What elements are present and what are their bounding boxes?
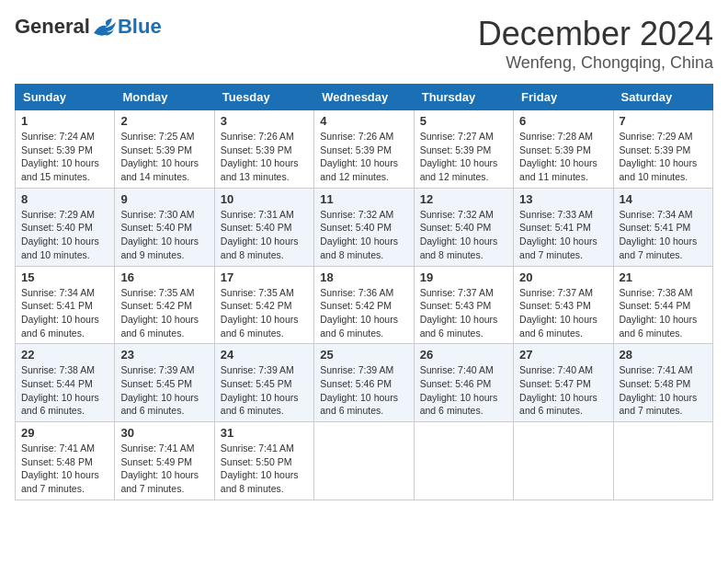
- table-row: 1 Sunrise: 7:24 AM Sunset: 5:39 PM Dayli…: [16, 110, 115, 189]
- table-row: [613, 422, 712, 500]
- table-row: 23 Sunrise: 7:39 AM Sunset: 5:45 PM Dayl…: [115, 344, 214, 422]
- header-sunday: Sunday: [16, 85, 115, 110]
- day-number: 31: [221, 426, 308, 440]
- table-row: [314, 422, 414, 500]
- day-number: 16: [120, 270, 208, 284]
- table-row: 14 Sunrise: 7:34 AM Sunset: 5:41 PM Dayl…: [613, 188, 712, 266]
- day-info: Sunrise: 7:31 AM Sunset: 5:40 PM Dayligh…: [221, 208, 308, 262]
- day-number: 5: [420, 114, 507, 128]
- day-info: Sunrise: 7:33 AM Sunset: 5:41 PM Dayligh…: [519, 208, 607, 262]
- table-row: 18 Sunrise: 7:36 AM Sunset: 5:42 PM Dayl…: [314, 266, 414, 344]
- day-info: Sunrise: 7:41 AM Sunset: 5:48 PM Dayligh…: [21, 442, 108, 496]
- day-info: Sunrise: 7:26 AM Sunset: 5:39 PM Dayligh…: [320, 130, 407, 184]
- table-row: 24 Sunrise: 7:39 AM Sunset: 5:45 PM Dayl…: [214, 344, 313, 422]
- day-info: Sunrise: 7:34 AM Sunset: 5:41 PM Dayligh…: [21, 286, 108, 340]
- day-info: Sunrise: 7:24 AM Sunset: 5:39 PM Dayligh…: [21, 130, 108, 184]
- header-tuesday: Tuesday: [214, 85, 313, 110]
- day-info: Sunrise: 7:25 AM Sunset: 5:39 PM Dayligh…: [120, 130, 208, 184]
- table-row: 22 Sunrise: 7:38 AM Sunset: 5:44 PM Dayl…: [16, 344, 115, 422]
- logo: General Blue: [15, 15, 162, 39]
- day-number: 27: [519, 348, 607, 362]
- month-title: December 2024: [478, 15, 713, 53]
- day-info: Sunrise: 7:26 AM Sunset: 5:39 PM Dayligh…: [221, 130, 308, 184]
- day-number: 3: [221, 114, 308, 128]
- day-number: 22: [21, 348, 108, 362]
- day-number: 14: [620, 192, 707, 206]
- day-number: 7: [620, 114, 707, 128]
- table-row: [414, 422, 513, 500]
- table-row: 6 Sunrise: 7:28 AM Sunset: 5:39 PM Dayli…: [514, 110, 613, 189]
- calendar-header-row: Sunday Monday Tuesday Wednesday Thursday…: [16, 85, 713, 110]
- table-row: 2 Sunrise: 7:25 AM Sunset: 5:39 PM Dayli…: [115, 110, 214, 189]
- day-number: 23: [120, 348, 208, 362]
- table-row: 20 Sunrise: 7:37 AM Sunset: 5:43 PM Dayl…: [514, 266, 613, 344]
- day-number: 19: [420, 270, 507, 284]
- day-number: 10: [221, 192, 308, 206]
- table-row: 29 Sunrise: 7:41 AM Sunset: 5:48 PM Dayl…: [16, 422, 115, 500]
- day-info: Sunrise: 7:37 AM Sunset: 5:43 PM Dayligh…: [519, 286, 607, 340]
- table-row: 13 Sunrise: 7:33 AM Sunset: 5:41 PM Dayl…: [514, 188, 613, 266]
- table-row: 15 Sunrise: 7:34 AM Sunset: 5:41 PM Dayl…: [16, 266, 115, 344]
- day-info: Sunrise: 7:39 AM Sunset: 5:45 PM Dayligh…: [221, 363, 308, 418]
- day-info: Sunrise: 7:34 AM Sunset: 5:41 PM Dayligh…: [620, 208, 707, 262]
- table-row: 27 Sunrise: 7:40 AM Sunset: 5:47 PM Dayl…: [514, 344, 613, 422]
- table-row: 16 Sunrise: 7:35 AM Sunset: 5:42 PM Dayl…: [115, 266, 214, 344]
- day-number: 25: [320, 348, 407, 362]
- day-info: Sunrise: 7:40 AM Sunset: 5:47 PM Dayligh…: [519, 363, 607, 418]
- header-monday: Monday: [115, 85, 214, 110]
- day-info: Sunrise: 7:41 AM Sunset: 5:50 PM Dayligh…: [221, 442, 308, 496]
- table-row: 30 Sunrise: 7:41 AM Sunset: 5:49 PM Dayl…: [115, 422, 214, 500]
- day-info: Sunrise: 7:38 AM Sunset: 5:44 PM Dayligh…: [21, 363, 108, 418]
- calendar-table: Sunday Monday Tuesday Wednesday Thursday…: [15, 84, 713, 500]
- day-number: 12: [420, 192, 507, 206]
- header-thursday: Thursday: [414, 85, 513, 110]
- table-row: 17 Sunrise: 7:35 AM Sunset: 5:42 PM Dayl…: [214, 266, 313, 344]
- table-row: 7 Sunrise: 7:29 AM Sunset: 5:39 PM Dayli…: [613, 110, 712, 189]
- logo-general: General: [15, 15, 90, 39]
- table-row: 25 Sunrise: 7:39 AM Sunset: 5:46 PM Dayl…: [314, 344, 414, 422]
- day-number: 15: [21, 270, 108, 284]
- day-info: Sunrise: 7:27 AM Sunset: 5:39 PM Dayligh…: [420, 130, 507, 184]
- day-info: Sunrise: 7:40 AM Sunset: 5:46 PM Dayligh…: [420, 363, 507, 418]
- day-info: Sunrise: 7:37 AM Sunset: 5:43 PM Dayligh…: [420, 286, 507, 340]
- day-info: Sunrise: 7:32 AM Sunset: 5:40 PM Dayligh…: [320, 208, 407, 262]
- table-row: 5 Sunrise: 7:27 AM Sunset: 5:39 PM Dayli…: [414, 110, 513, 189]
- day-number: 6: [519, 114, 607, 128]
- location-title: Wenfeng, Chongqing, China: [478, 53, 713, 73]
- day-number: 20: [519, 270, 607, 284]
- day-info: Sunrise: 7:30 AM Sunset: 5:40 PM Dayligh…: [120, 208, 208, 262]
- table-row: [514, 422, 613, 500]
- day-number: 8: [21, 192, 108, 206]
- day-number: 28: [620, 348, 707, 362]
- day-number: 21: [620, 270, 707, 284]
- day-info: Sunrise: 7:38 AM Sunset: 5:44 PM Dayligh…: [620, 286, 707, 340]
- day-number: 29: [21, 426, 108, 440]
- day-number: 24: [221, 348, 308, 362]
- day-info: Sunrise: 7:36 AM Sunset: 5:42 PM Dayligh…: [320, 286, 407, 340]
- table-row: 9 Sunrise: 7:30 AM Sunset: 5:40 PM Dayli…: [115, 188, 214, 266]
- logo-blue: Blue: [118, 15, 162, 39]
- table-row: 21 Sunrise: 7:38 AM Sunset: 5:44 PM Dayl…: [613, 266, 712, 344]
- header-wednesday: Wednesday: [314, 85, 414, 110]
- table-row: 19 Sunrise: 7:37 AM Sunset: 5:43 PM Dayl…: [414, 266, 513, 344]
- day-info: Sunrise: 7:39 AM Sunset: 5:46 PM Dayligh…: [320, 363, 407, 418]
- table-row: 4 Sunrise: 7:26 AM Sunset: 5:39 PM Dayli…: [314, 110, 414, 189]
- day-number: 1: [21, 114, 108, 128]
- day-number: 26: [420, 348, 507, 362]
- day-info: Sunrise: 7:41 AM Sunset: 5:48 PM Dayligh…: [620, 363, 707, 418]
- header-saturday: Saturday: [613, 85, 712, 110]
- header-friday: Friday: [514, 85, 613, 110]
- day-number: 9: [120, 192, 208, 206]
- table-row: 28 Sunrise: 7:41 AM Sunset: 5:48 PM Dayl…: [613, 344, 712, 422]
- page-header: General Blue December 2024 Wenfeng, Chon…: [15, 15, 713, 73]
- table-row: 26 Sunrise: 7:40 AM Sunset: 5:46 PM Dayl…: [414, 344, 513, 422]
- table-row: 12 Sunrise: 7:32 AM Sunset: 5:40 PM Dayl…: [414, 188, 513, 266]
- table-row: 11 Sunrise: 7:32 AM Sunset: 5:40 PM Dayl…: [314, 188, 414, 266]
- day-info: Sunrise: 7:39 AM Sunset: 5:45 PM Dayligh…: [120, 363, 208, 418]
- day-number: 2: [120, 114, 208, 128]
- table-row: 31 Sunrise: 7:41 AM Sunset: 5:50 PM Dayl…: [214, 422, 313, 500]
- day-info: Sunrise: 7:29 AM Sunset: 5:40 PM Dayligh…: [21, 208, 108, 262]
- day-info: Sunrise: 7:28 AM Sunset: 5:39 PM Dayligh…: [519, 130, 607, 184]
- day-number: 17: [221, 270, 308, 284]
- table-row: 10 Sunrise: 7:31 AM Sunset: 5:40 PM Dayl…: [214, 188, 313, 266]
